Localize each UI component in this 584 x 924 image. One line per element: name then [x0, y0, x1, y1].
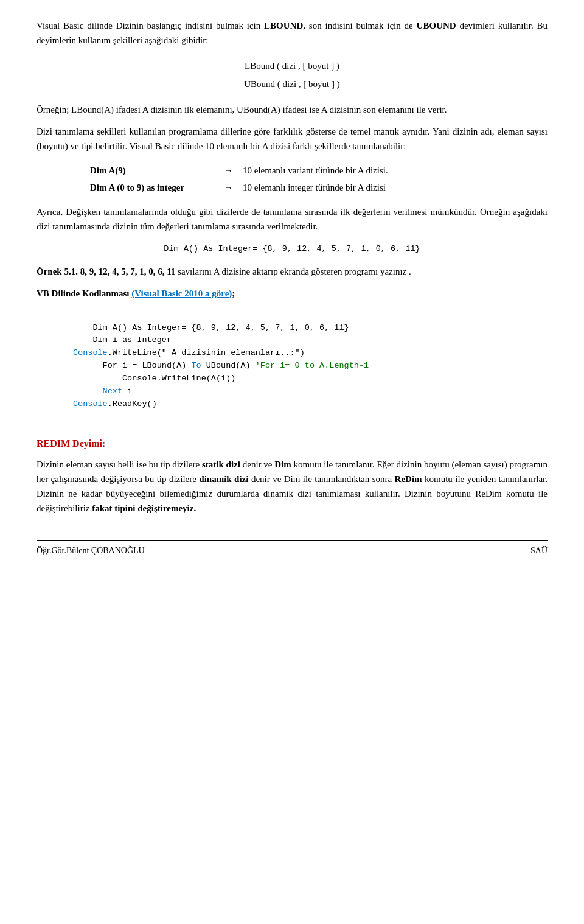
code-console-readkey: Console.ReadKey() — [73, 399, 157, 408]
intro-para2: Örneğin; LBound(A) ifadesi A dizisinin i… — [36, 102, 548, 117]
ornek-numbers: 8, 9, 12, 4, 5, 7, 1, 0, 6, 11 — [80, 267, 176, 276]
code-dim-a: Dim A() As Integer= {8, 9, 12, 4, 5, 7, … — [73, 323, 349, 332]
syntax-block: LBound ( dizi , [ boyut ] ) UBound ( diz… — [36, 58, 548, 91]
page-footer: Öğr.Gör.Bülent ÇOBANOĞLU SAÜ — [36, 540, 548, 558]
code-for-loop: For i = LBound(A) To UBound(A) 'For i= 0… — [73, 361, 369, 370]
footer-left: Öğr.Gör.Bülent ÇOBANOĞLU — [36, 544, 145, 558]
dim-a9-label: Dim A(9) — [85, 162, 219, 179]
dim-a9-row: Dim A(9) → 10 elemanlı variant türünde b… — [85, 162, 393, 179]
redim-keyword: ReDim — [395, 474, 422, 484]
dim-a0to9-row: Dim A (0 to 9) as integer → 10 elemanlı … — [85, 179, 393, 196]
dim-a0to9-desc: 10 elemanlı integer türünde bir A dizisi — [238, 179, 393, 196]
dizi-tanim-para1: Dizi tanımlama şekilleri kullanılan prog… — [36, 124, 548, 153]
dinamik-dizi: dinamik dizi — [199, 474, 248, 484]
redim-para1: Dizinin eleman sayısı belli ise bu tip d… — [36, 457, 548, 516]
vb-link: (Visual Basic 2010 a göre) — [131, 289, 232, 298]
dim-examples-table: Dim A(9) → 10 elemanlı variant türünde b… — [85, 162, 393, 196]
main-content: Visual Basic dilinde Dizinin başlangıç i… — [36, 18, 548, 516]
dizi-tanim-para2: Ayrıca, Değişken tanımlamalarında olduğu… — [36, 205, 548, 234]
dim-a9-desc: 10 elemanlı variant türünde bir A dizisi… — [238, 162, 393, 179]
dim-a0to9-arrow: → — [219, 179, 238, 196]
ubound-syntax: UBound ( dizi , [ boyut ] ) — [36, 77, 548, 91]
vb-dilinde: VB Dilinde Kodlanması — [36, 289, 130, 298]
ornek-para: Örnek 5.1. 8, 9, 12, 4, 5, 7, 1, 0, 6, 1… — [36, 264, 548, 279]
statik-dizi: statik dizi — [202, 460, 240, 469]
redim-title: REDIM Deyimi: — [36, 436, 548, 452]
dim-array-code: Dim A() As Integer= {8, 9, 12, 4, 5, 7, … — [36, 242, 548, 256]
ornek-title: Örnek 5.1. — [36, 267, 78, 276]
code-dim-i: Dim i as Integer — [73, 335, 172, 345]
intro-para1: Visual Basic dilinde Dizinin başlangıç i… — [36, 18, 548, 47]
code-console-writeline1: Console.WriteLine(" A dizisinin elemanla… — [73, 348, 305, 357]
vb-semicolon: ; — [232, 289, 235, 298]
dim-keyword: Dim — [274, 460, 291, 469]
code-next-i: Next i — [73, 387, 132, 396]
redim-constraint: fakat tipini değiştiremeyiz. — [92, 503, 196, 513]
code-console-writeline2: Console.WriteLine(A(i)) — [73, 374, 235, 383]
dim-a0to9-label: Dim A (0 to 9) as integer — [85, 179, 219, 196]
dim-array-code-text: Dim A() As Integer= {8, 9, 12, 4, 5, 7, … — [164, 244, 420, 253]
vb-title-para: VB Dilinde Kodlanması (Visual Basic 2010… — [36, 286, 548, 301]
dim-a9-arrow: → — [219, 162, 238, 179]
footer-right: SAÜ — [530, 544, 548, 558]
vb-code-block: Dim A() As Integer= {8, 9, 12, 4, 5, 7, … — [73, 309, 548, 424]
lbound-syntax: LBound ( dizi , [ boyut ] ) — [36, 58, 548, 73]
